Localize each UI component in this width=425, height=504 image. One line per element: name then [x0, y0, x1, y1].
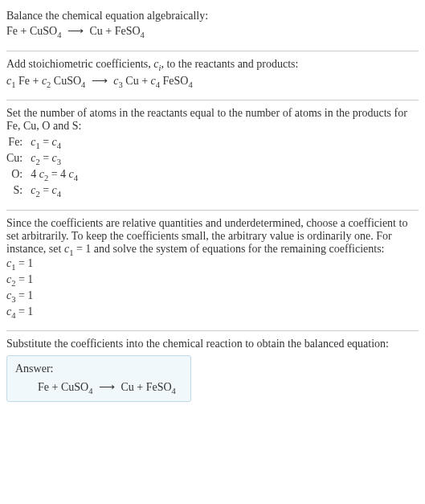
- subscript: 4: [172, 386, 176, 395]
- species: Cu: [123, 75, 139, 87]
- equals: =: [40, 152, 52, 164]
- plus: +: [30, 75, 42, 87]
- species: Fe: [38, 381, 49, 393]
- atom-label: O:: [6, 168, 31, 184]
- equals: =: [40, 184, 52, 196]
- subscript: 4: [57, 141, 61, 150]
- value: = 1: [15, 257, 33, 269]
- step2-text: Set the number of atoms in the reactants…: [6, 107, 419, 133]
- coeff-line: c1 = 1: [6, 256, 419, 272]
- species: CuSO: [61, 381, 88, 393]
- atom-equation: c2 = c4: [31, 184, 78, 200]
- step4-section: Substitute the coefficients into the che…: [6, 334, 419, 409]
- answer-label: Answer:: [15, 363, 182, 375]
- plus: +: [49, 381, 61, 393]
- subscript: 4: [88, 386, 92, 395]
- step1-section: Add stoichiometric coefficients, ci, to …: [6, 55, 419, 97]
- atom-row-o: O: 4 c2 = 4 c4: [6, 168, 78, 184]
- species: FeSO: [115, 25, 141, 37]
- species: FeSO: [160, 75, 188, 87]
- divider: [6, 51, 419, 51]
- species: Cu: [121, 381, 133, 393]
- atom-row-cu: Cu: c2 = c3: [6, 152, 78, 168]
- intro-equation: Fe + CuSO4 ⟶ Cu + FeSO4: [6, 23, 419, 41]
- plus: +: [103, 25, 115, 37]
- multiplier: 4: [60, 168, 69, 180]
- answer-box: Answer: Fe + CuSO4 ⟶ Cu + FeSO4: [6, 355, 191, 403]
- arrow-icon: ⟶: [96, 381, 118, 393]
- subscript: 4: [57, 31, 61, 39]
- text: = 1 and solve the system of equations fo…: [73, 243, 384, 255]
- atom-equation: c2 = c3: [31, 152, 78, 168]
- atom-equation: c1 = c4: [31, 136, 78, 152]
- intro-text: Balance the chemical equation algebraica…: [6, 10, 419, 23]
- divider: [6, 100, 419, 100]
- subscript: 3: [57, 158, 61, 166]
- step2-section: Set the number of atoms in the reactants…: [6, 104, 419, 206]
- species: Cu: [89, 25, 102, 37]
- species: CuSO: [51, 75, 81, 87]
- step4-text: Substitute the coefficients into the che…: [6, 338, 419, 350]
- atom-equation: 4 c2 = 4 c4: [31, 168, 78, 184]
- answer-equation: Fe + CuSO4 ⟶ Cu + FeSO4: [15, 380, 182, 395]
- atoms-table: Fe: c1 = c4 Cu: c2 = c3 O: 4 c2 = 4 c4 S…: [6, 136, 78, 199]
- plus: +: [134, 381, 146, 393]
- value: = 1: [15, 273, 33, 285]
- multiplier: 4: [31, 168, 39, 180]
- equals: =: [40, 136, 52, 148]
- coeff-line: c2 = 1: [6, 272, 419, 289]
- step3-text: Since the coefficients are relative quan…: [6, 217, 419, 257]
- divider: [6, 330, 419, 331]
- atom-row-s: S: c2 = c4: [6, 184, 78, 200]
- step1-equation: c1 Fe + c2 CuSO4 ⟶ c3 Cu + c4 FeSO4: [6, 72, 419, 91]
- text: Add stoichiometric coefficients,: [6, 58, 153, 70]
- subscript: 4: [141, 31, 145, 39]
- step3-section: Since the coefficients are relative quan…: [6, 214, 419, 327]
- atom-label: Cu:: [6, 152, 31, 168]
- species: FeSO: [146, 381, 172, 393]
- plus: +: [18, 25, 30, 37]
- species: CuSO: [30, 25, 57, 37]
- subscript: 4: [57, 190, 61, 199]
- intro-section: Balance the chemical equation algebraica…: [6, 6, 419, 47]
- value: = 1: [15, 289, 33, 301]
- atom-label: Fe:: [6, 136, 31, 152]
- divider: [6, 210, 419, 211]
- atom-row-fe: Fe: c1 = c4: [6, 136, 78, 152]
- arrow-icon: ⟶: [64, 25, 87, 37]
- step1-text: Add stoichiometric coefficients, ci, to …: [6, 58, 419, 72]
- value: = 1: [15, 305, 33, 318]
- species: Fe: [6, 25, 18, 37]
- subscript: 4: [81, 80, 85, 88]
- coeff-line: c4 = 1: [6, 305, 419, 321]
- subscript: 4: [188, 80, 192, 88]
- text: , to the reactants and products:: [161, 58, 298, 70]
- atom-label: S:: [6, 184, 31, 200]
- coeff-line: c3 = 1: [6, 289, 419, 305]
- species: Fe: [15, 75, 30, 87]
- arrow-icon: ⟶: [88, 75, 111, 87]
- subscript: 4: [74, 174, 78, 182]
- plus: +: [139, 75, 151, 87]
- equals: =: [48, 168, 60, 180]
